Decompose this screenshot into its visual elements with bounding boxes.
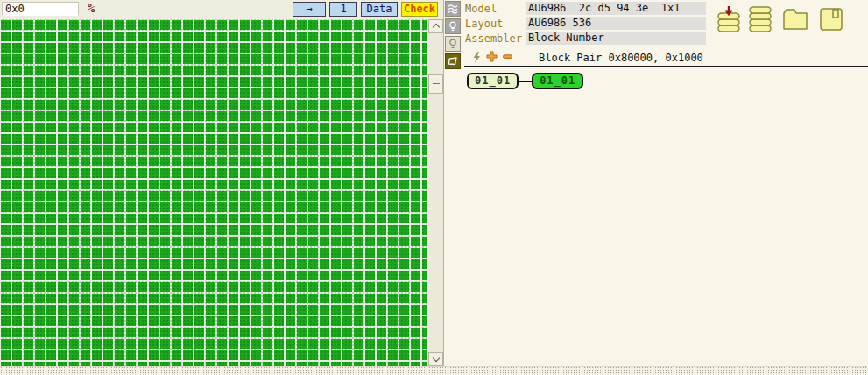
grid-cell[interactable] xyxy=(286,20,295,30)
grid-cell[interactable] xyxy=(69,43,79,53)
grid-cell[interactable] xyxy=(183,350,193,360)
grid-cell[interactable] xyxy=(274,145,284,155)
grid-cell[interactable] xyxy=(206,20,215,30)
grid-cell[interactable] xyxy=(217,305,227,315)
lightning-icon[interactable] xyxy=(469,51,483,64)
grid-cell[interactable] xyxy=(217,20,227,30)
grid-cell[interactable] xyxy=(35,271,45,280)
grid-cell[interactable] xyxy=(24,259,33,269)
grid-cell[interactable] xyxy=(149,134,159,144)
grid-cell[interactable] xyxy=(81,202,90,212)
grid-cell[interactable] xyxy=(69,145,79,155)
grid-cell[interactable] xyxy=(92,214,102,223)
grid-cell[interactable] xyxy=(217,214,227,223)
grid-cell[interactable] xyxy=(46,43,56,53)
grid-cell[interactable] xyxy=(411,88,420,98)
grid-cell[interactable] xyxy=(365,32,375,41)
grid-cell[interactable] xyxy=(251,191,261,201)
grid-cell[interactable] xyxy=(251,20,261,30)
grid-cell[interactable] xyxy=(194,157,204,166)
grid-cell[interactable] xyxy=(58,237,67,246)
grid-cell[interactable] xyxy=(399,180,409,189)
grid-cell[interactable] xyxy=(365,20,375,30)
grid-cell[interactable] xyxy=(12,100,22,110)
grid-cell[interactable] xyxy=(12,123,22,132)
grid-cell[interactable] xyxy=(92,20,102,30)
grid-cell[interactable] xyxy=(229,350,238,360)
grid-cell[interactable] xyxy=(399,111,409,121)
grid-cell[interactable] xyxy=(297,180,307,189)
grid-cell[interactable] xyxy=(274,305,284,315)
grid-cell[interactable] xyxy=(331,328,341,337)
grid-cell[interactable] xyxy=(377,168,386,178)
grid-cell[interactable] xyxy=(58,123,67,132)
grid-cell[interactable] xyxy=(377,191,386,201)
grid-cell[interactable] xyxy=(229,54,238,64)
grid-cell[interactable] xyxy=(46,100,56,110)
grid-cell[interactable] xyxy=(217,88,227,98)
grid-cell[interactable] xyxy=(160,339,170,349)
grid-cell[interactable] xyxy=(172,145,181,155)
grid-cell[interactable] xyxy=(354,111,363,121)
grid-cell[interactable] xyxy=(286,225,295,235)
grid-cell[interactable] xyxy=(377,145,386,155)
grid-cell[interactable] xyxy=(411,157,420,166)
grid-cell[interactable] xyxy=(81,145,90,155)
bulb-outline-icon[interactable] xyxy=(445,36,461,52)
grid-cell[interactable] xyxy=(103,339,113,349)
grid-cell[interactable] xyxy=(388,145,398,155)
grid-cell[interactable] xyxy=(115,88,124,98)
grid-cell[interactable] xyxy=(240,339,250,349)
grid-cell[interactable] xyxy=(331,282,341,292)
grid-cell[interactable] xyxy=(365,237,375,246)
grid-cell[interactable] xyxy=(160,294,170,303)
grid-cell[interactable] xyxy=(35,134,45,144)
grid-cell[interactable] xyxy=(35,191,45,201)
grid-cell[interactable] xyxy=(320,88,329,98)
grid-cell[interactable] xyxy=(411,259,420,269)
grid-cell[interactable] xyxy=(126,20,136,30)
grid-cell[interactable] xyxy=(354,248,363,258)
grid-cell[interactable] xyxy=(126,225,136,235)
grid-cell[interactable] xyxy=(365,88,375,98)
grid-cell[interactable] xyxy=(217,145,227,155)
grid-cell[interactable] xyxy=(388,248,398,258)
grid-cell[interactable] xyxy=(1,168,11,178)
grid-cell[interactable] xyxy=(206,66,215,75)
grid-cell[interactable] xyxy=(12,32,22,41)
grid-cell[interactable] xyxy=(24,100,33,110)
grid-cell[interactable] xyxy=(1,180,11,189)
grid-cell[interactable] xyxy=(138,202,147,212)
grid-cell[interactable] xyxy=(263,305,272,315)
grid-cell[interactable] xyxy=(172,54,181,64)
grid-cell[interactable] xyxy=(229,20,238,30)
grid-cell[interactable] xyxy=(399,305,409,315)
grid-cell[interactable] xyxy=(297,248,307,258)
grid-cell[interactable] xyxy=(411,100,420,110)
grid-cell[interactable] xyxy=(399,282,409,292)
grid-cell[interactable] xyxy=(149,191,159,201)
grid-cell[interactable] xyxy=(194,32,204,41)
grid-cell[interactable] xyxy=(229,316,238,326)
grid-cell[interactable] xyxy=(194,100,204,110)
grid-cell[interactable] xyxy=(365,202,375,212)
grid-cell[interactable] xyxy=(115,134,124,144)
grid-cell[interactable] xyxy=(229,134,238,144)
grid-cell[interactable] xyxy=(399,214,409,223)
grid-cell[interactable] xyxy=(126,259,136,269)
grid-cell[interactable] xyxy=(229,237,238,246)
grid-cell[interactable] xyxy=(308,328,318,337)
grid-cell[interactable] xyxy=(58,248,67,258)
grid-cell[interactable] xyxy=(263,168,272,178)
grid-cell[interactable] xyxy=(297,123,307,132)
grid-cell[interactable] xyxy=(58,77,67,87)
grid-cell[interactable] xyxy=(92,168,102,178)
grid-cell[interactable] xyxy=(286,237,295,246)
grid-cell[interactable] xyxy=(160,145,170,155)
grid-cell[interactable] xyxy=(115,294,124,303)
grid-cell[interactable] xyxy=(92,123,102,132)
grid-cell[interactable] xyxy=(263,88,272,98)
grid-cell[interactable] xyxy=(229,157,238,166)
grid-cell[interactable] xyxy=(194,339,204,349)
grid-cell[interactable] xyxy=(297,237,307,246)
